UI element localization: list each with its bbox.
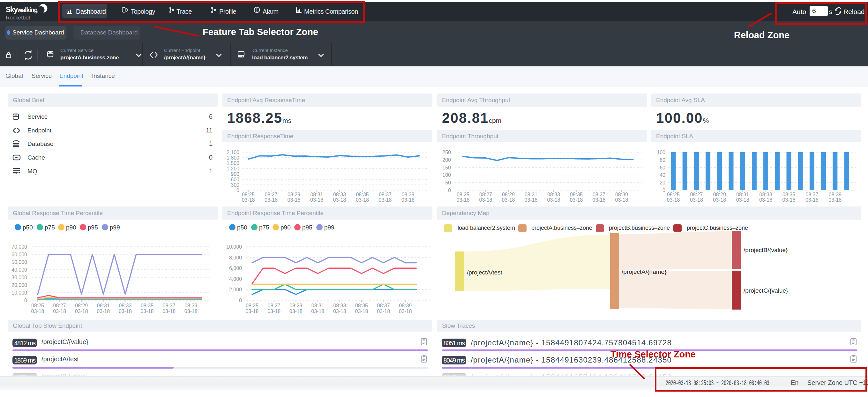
svg-text:03-18: 03-18 xyxy=(379,197,392,203)
svg-text:03-18: 03-18 xyxy=(141,309,154,314)
svg-text:p75: p75 xyxy=(45,224,55,231)
svg-text:20: 20 xyxy=(660,180,665,185)
svg-text:08:31: 08:31 xyxy=(736,192,749,197)
svg-text:10,000: 10,000 xyxy=(11,290,27,296)
svg-text:0: 0 xyxy=(239,298,242,303)
svg-text:08:33: 08:33 xyxy=(333,192,346,197)
svg-text:p90: p90 xyxy=(280,224,291,231)
svg-text:1,500: 1,500 xyxy=(226,160,239,166)
svg-text:0: 0 xyxy=(662,188,665,193)
svg-text:10,000: 10,000 xyxy=(226,244,242,250)
svg-text:03-18: 03-18 xyxy=(525,197,538,203)
svg-text:11: 11 xyxy=(206,127,213,134)
svg-text:08:31: 08:31 xyxy=(311,303,324,308)
svg-text:1,200: 1,200 xyxy=(226,166,239,172)
svg-text:2,100: 2,100 xyxy=(226,150,239,155)
svg-text:08:37: 08:37 xyxy=(163,303,176,308)
svg-text:50,000: 50,000 xyxy=(11,259,27,265)
svg-text:03-18: 03-18 xyxy=(547,197,560,203)
svg-text:03-18: 03-18 xyxy=(593,197,606,203)
svg-text:08:35: 08:35 xyxy=(141,303,154,308)
svg-text:03-18: 03-18 xyxy=(713,197,726,203)
svg-text:03-18: 03-18 xyxy=(759,197,772,203)
svg-text:03-18: 03-18 xyxy=(162,309,176,314)
svg-text:08:37: 08:37 xyxy=(593,192,606,197)
svg-text:08:27: 08:27 xyxy=(690,192,703,197)
svg-text:08:39: 08:39 xyxy=(401,192,414,197)
svg-text:03-18: 03-18 xyxy=(356,197,369,203)
svg-text:08:29: 08:29 xyxy=(75,303,88,308)
svg-text:MQ: MQ xyxy=(27,168,37,175)
svg-text:03-18: 03-18 xyxy=(287,197,301,203)
svg-text:/projectB/{value}: /projectB/{value} xyxy=(744,247,787,253)
svg-text:08:35: 08:35 xyxy=(355,303,368,308)
svg-text:03-18: 03-18 xyxy=(184,309,197,314)
svg-text:p95: p95 xyxy=(302,224,312,231)
svg-text:900: 900 xyxy=(231,172,239,177)
svg-text:08:25: 08:25 xyxy=(667,192,680,197)
svg-text:300: 300 xyxy=(231,182,239,188)
svg-text:03-18: 03-18 xyxy=(805,197,818,203)
svg-text:60,000: 60,000 xyxy=(11,252,27,257)
svg-text:08:35: 08:35 xyxy=(570,192,583,197)
svg-text:40,000: 40,000 xyxy=(11,267,27,273)
svg-text:250: 250 xyxy=(442,150,451,155)
svg-text:08:37: 08:37 xyxy=(805,192,818,197)
svg-text:03-18: 03-18 xyxy=(333,197,346,203)
svg-text:80: 80 xyxy=(660,157,665,163)
svg-text:03-18: 03-18 xyxy=(310,197,323,203)
svg-text:150: 150 xyxy=(442,165,451,171)
svg-text:03-18: 03-18 xyxy=(782,197,796,203)
svg-text:8,000: 8,000 xyxy=(229,255,242,261)
svg-text:100: 100 xyxy=(442,172,451,178)
svg-text:03-18: 03-18 xyxy=(289,309,303,314)
svg-text:08:29: 08:29 xyxy=(502,192,515,197)
svg-text:p75: p75 xyxy=(259,224,269,231)
svg-text:load balancer2.system: load balancer2.system xyxy=(458,225,515,231)
svg-text:08:25: 08:25 xyxy=(246,303,258,308)
svg-text:p99: p99 xyxy=(324,224,335,231)
svg-text:Service: Service xyxy=(27,113,48,120)
svg-text:Cache: Cache xyxy=(27,154,45,161)
svg-text:20,000: 20,000 xyxy=(11,282,27,288)
svg-text:08:27: 08:27 xyxy=(479,192,492,197)
svg-text:03-18: 03-18 xyxy=(75,309,88,314)
svg-text:08:31: 08:31 xyxy=(97,303,110,308)
svg-text:08:39: 08:39 xyxy=(399,303,412,308)
svg-text:50: 50 xyxy=(445,180,451,185)
svg-text:08:29: 08:29 xyxy=(713,192,726,197)
svg-text:03-18: 03-18 xyxy=(667,197,680,203)
svg-text:08:29: 08:29 xyxy=(287,192,300,197)
svg-text:08:35: 08:35 xyxy=(356,192,369,197)
svg-text:6,000: 6,000 xyxy=(229,266,242,271)
svg-text:03-18: 03-18 xyxy=(333,309,346,314)
svg-text:70,000: 70,000 xyxy=(11,244,27,250)
svg-text:08:39: 08:39 xyxy=(829,192,841,197)
svg-text:0: 0 xyxy=(24,298,27,303)
svg-text:100: 100 xyxy=(657,150,665,155)
svg-text:08:35: 08:35 xyxy=(782,192,795,197)
svg-text:08:31: 08:31 xyxy=(310,192,323,197)
svg-text:/projectA/test: /projectA/test xyxy=(467,269,503,276)
svg-text:03-18: 03-18 xyxy=(355,309,368,314)
svg-text:03-18: 03-18 xyxy=(401,197,414,203)
svg-text:03-18: 03-18 xyxy=(265,197,278,203)
svg-text:03-18: 03-18 xyxy=(615,197,628,203)
svg-text:0: 0 xyxy=(237,188,239,193)
svg-text:08:33: 08:33 xyxy=(547,192,560,197)
svg-text:projectC.business–zone: projectC.business–zone xyxy=(687,225,748,231)
svg-text:200: 200 xyxy=(442,157,451,163)
svg-text:08:33: 08:33 xyxy=(333,303,346,308)
svg-text:08:37: 08:37 xyxy=(379,192,392,197)
svg-text:p50: p50 xyxy=(237,224,247,231)
svg-text:03-18: 03-18 xyxy=(119,309,132,314)
svg-text:p50: p50 xyxy=(23,224,33,231)
svg-text:08:33: 08:33 xyxy=(119,303,131,308)
svg-text:p90: p90 xyxy=(66,224,76,231)
svg-text:1: 1 xyxy=(209,140,213,147)
svg-text:40: 40 xyxy=(660,172,665,178)
svg-text:4,000: 4,000 xyxy=(229,276,242,282)
svg-text:08:29: 08:29 xyxy=(289,303,302,308)
svg-text:08:33: 08:33 xyxy=(760,192,772,197)
svg-text:projectB.business–zone: projectB.business–zone xyxy=(609,225,670,231)
